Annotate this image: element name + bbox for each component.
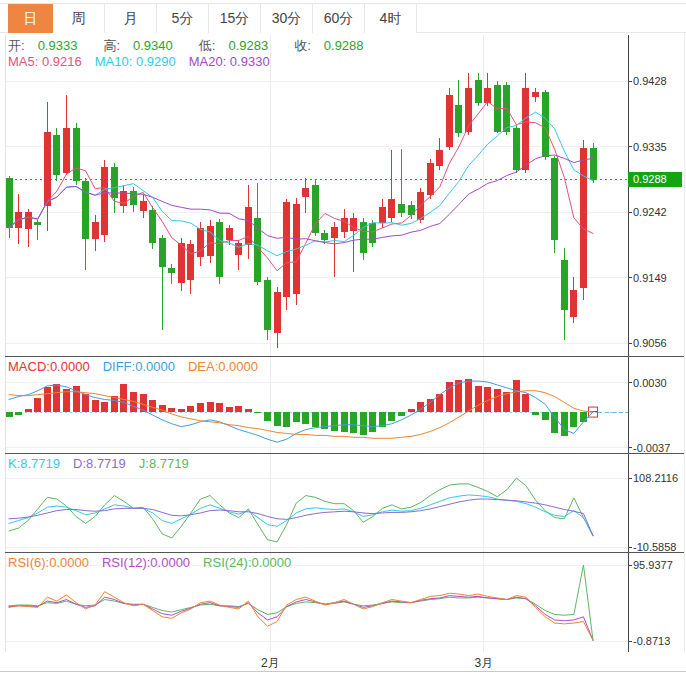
macd-bar	[168, 408, 175, 412]
macd-bar	[360, 412, 367, 435]
rsi-panel[interactable]	[9, 565, 593, 640]
candle	[388, 199, 395, 219]
candle	[417, 192, 424, 219]
tab-week[interactable]: 周	[53, 4, 105, 33]
macd-bar	[245, 409, 252, 412]
macd-bar	[350, 412, 357, 433]
candle	[264, 280, 271, 330]
tab-60min[interactable]: 60分	[313, 4, 365, 33]
macd-bar	[120, 384, 127, 412]
macd-ytick: 0.0030	[633, 376, 685, 390]
candle	[6, 178, 13, 227]
timeframe-tabbar: 日周月5分15分30分60分4时	[0, 3, 686, 33]
main-ytick: 0.9335	[633, 140, 685, 154]
candle	[140, 201, 147, 211]
macd-bar	[6, 412, 13, 417]
macd-bar	[455, 380, 462, 412]
macd-bar	[561, 412, 568, 436]
candle	[475, 80, 482, 103]
macd-panel[interactable]	[6, 379, 629, 442]
macd-bar	[92, 400, 99, 412]
candlesticks[interactable]	[6, 73, 597, 348]
macd-bar	[187, 406, 194, 412]
candle	[455, 105, 462, 133]
candle	[321, 233, 328, 240]
candle	[484, 88, 491, 103]
candle	[92, 222, 99, 239]
candle	[398, 204, 405, 214]
macd-bar	[25, 409, 32, 412]
candle	[551, 158, 558, 240]
macd-bar	[570, 412, 577, 427]
candle	[178, 243, 185, 283]
main-ytick: 0.9242	[633, 205, 685, 219]
candle	[207, 226, 214, 256]
macd-bar	[34, 398, 41, 413]
candle	[101, 167, 108, 235]
macd-bar	[312, 412, 319, 427]
macd-bar	[178, 409, 185, 412]
candle	[436, 150, 443, 166]
candle	[570, 290, 577, 317]
kdj-ytick: -10.5858	[633, 540, 685, 554]
candle	[197, 228, 204, 257]
tab-5min[interactable]: 5分	[157, 4, 209, 33]
macd-bar	[513, 380, 520, 412]
macd-bar	[398, 412, 405, 416]
candle	[25, 212, 32, 229]
candle	[369, 223, 376, 243]
macd-bar	[302, 412, 309, 424]
macd-bar	[254, 412, 261, 413]
candle	[187, 244, 194, 281]
tab-day[interactable]: 日	[8, 4, 53, 33]
macd-bar	[532, 412, 539, 415]
tab-15min[interactable]: 15分	[209, 4, 261, 33]
grid-lines	[5, 35, 628, 652]
macd-bar	[264, 412, 271, 421]
macd-bar	[388, 412, 395, 421]
macd-bar	[379, 412, 386, 427]
candle	[149, 210, 156, 243]
kdj-panel[interactable]	[9, 478, 593, 542]
macd-bar	[82, 394, 89, 412]
macd-bar	[274, 412, 281, 426]
candle	[427, 163, 434, 195]
x-axis-row: 2月3月	[0, 652, 686, 672]
main-ytick: 0.9428	[633, 74, 685, 88]
candle	[561, 260, 568, 310]
macd-bar	[216, 403, 223, 412]
macd-bar	[341, 412, 348, 432]
candle	[532, 92, 539, 97]
macd-bar	[101, 402, 108, 412]
macd-bar	[235, 406, 242, 412]
candle	[580, 148, 587, 288]
candle	[283, 202, 290, 297]
macd-bar	[207, 402, 214, 412]
macd-bar	[293, 412, 300, 422]
candle	[302, 188, 309, 197]
tab-month[interactable]: 月	[105, 4, 157, 33]
candle	[34, 222, 41, 225]
rsi-ytick: -0.8713	[633, 634, 685, 648]
tab-4hour[interactable]: 4时	[365, 4, 417, 33]
macd-bar	[494, 389, 501, 412]
macd-bar	[15, 412, 22, 415]
macd-bar	[408, 409, 415, 412]
candle	[379, 207, 386, 223]
macd-bar	[283, 412, 290, 427]
macd-bar	[475, 386, 482, 412]
macd-bar	[542, 412, 549, 420]
macd-bar	[226, 407, 233, 412]
candle	[312, 185, 319, 233]
candle	[82, 181, 89, 239]
tab-30min[interactable]: 30分	[261, 4, 313, 33]
macd-bar	[197, 403, 204, 412]
candle	[522, 88, 529, 170]
chart-canvas[interactable]	[0, 0, 686, 684]
candle	[63, 128, 70, 173]
candle	[53, 135, 60, 175]
timeframe-tabs: 日周月5分15分30分60分4时	[8, 4, 417, 33]
candle	[513, 128, 520, 170]
rsi-ytick: 95.9377	[633, 558, 685, 572]
macd-bar	[522, 394, 529, 412]
